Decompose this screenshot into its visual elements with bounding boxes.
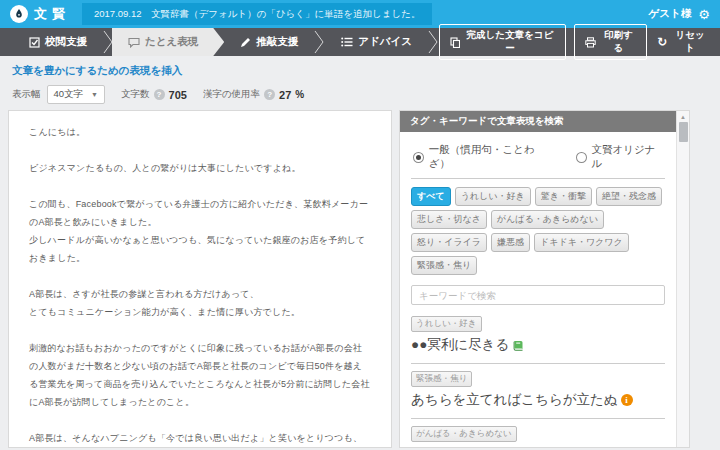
editor-paragraph: こんにちは。 <box>29 123 371 141</box>
app-title: 文賢 <box>34 5 70 23</box>
radio-general-label: 一般（慣用句・ことわざ） <box>429 143 554 171</box>
tag-filter-chip[interactable]: うれしい・好き <box>455 187 531 206</box>
speech-bubble-icon <box>128 37 140 48</box>
help-icon[interactable]: ? <box>264 89 275 100</box>
dictionary-type-options: 一般（慣用句・ことわざ） 文賢オリジナル <box>411 140 665 179</box>
scroll-up-icon[interactable]: ▲ <box>677 111 689 120</box>
expression-list: うれしい・好き ●●冥利に尽きる 緊張感・焦り あちらを <box>411 309 665 448</box>
tab-elaboration[interactable]: 推敲支援 <box>224 28 314 56</box>
kanji-ratio-label: 漢字の使用率 <box>203 88 260 101</box>
tag-filter-chip[interactable]: 嫌悪感 <box>491 233 530 252</box>
display-width-label: 表示幅 <box>12 88 41 101</box>
editor-paragraph: ビジネスマンたるもの、人との繋がりは大事にしたいですよね。 <box>29 159 371 177</box>
user-name: ゲスト様 <box>649 7 692 21</box>
tag-filter-chip[interactable]: 悲しさ・切なさ <box>411 210 487 229</box>
tag-filter-list: すべて うれしい・好き 驚き・衝撃 絶望・残念感 悲しさ・切なさ がんばる・あき… <box>411 179 665 277</box>
insert-expression-link[interactable]: 文章を豊かにするための表現を挿入 <box>12 64 182 78</box>
reset-button[interactable]: ↻ リセット <box>655 25 710 59</box>
expression-list-item[interactable]: うれしい・好き ●●冥利に尽きる <box>411 309 665 364</box>
copy-icon <box>450 37 460 48</box>
expression-list-item[interactable]: 緊張感・焦り あちらを立てればこちらが立たぬ i <box>411 364 665 419</box>
keyword-search-input[interactable] <box>411 285 665 305</box>
char-count-label: 文字数 <box>121 88 150 101</box>
display-width-value: 40文字 <box>54 88 84 101</box>
main-nav: 校閲支援 たとえ表現 推敲支援 アドバイス 完成した文章をコピー <box>0 28 720 56</box>
sidebar-scrollbar[interactable]: ▲ <box>676 111 689 447</box>
tab-label: 推敲支援 <box>256 35 298 49</box>
copy-button-label: 完成した文章をコピー <box>465 29 555 55</box>
expression-phrase-row: いざ鎌倉 i <box>411 446 665 448</box>
chevron-separator-icon <box>428 28 439 56</box>
radio-general[interactable]: 一般（慣用句・ことわざ） <box>413 143 554 171</box>
printer-icon <box>585 37 596 48</box>
checkbox-icon <box>29 37 40 48</box>
sidebar-header: タグ・キーワードで文章表現を検索 <box>400 111 689 132</box>
editor-paragraph: この間も、Facebookで繋がっている弁護士の方に紹介いただき、某飲料メーカー… <box>29 195 371 267</box>
reset-icon: ↻ <box>657 36 667 48</box>
tag-filter-chip[interactable]: 怒り・イライラ <box>411 233 487 252</box>
kanji-ratio-value: 27 <box>279 89 291 101</box>
radio-selected-icon <box>413 152 424 163</box>
radio-bunken-original[interactable]: 文賢オリジナル <box>576 143 665 171</box>
book-icon <box>512 339 525 352</box>
radio-original-label: 文賢オリジナル <box>592 143 665 171</box>
radio-unselected-icon <box>576 152 587 163</box>
sub-header: 文章を豊かにするための表現を挿入 表示幅 40文字 ▼ 文字数 ? 705 漢字… <box>0 56 720 104</box>
copy-finished-text-button[interactable]: 完成した文章をコピー <box>439 24 566 60</box>
tab-simile-expressions[interactable]: たとえ表現 <box>112 28 224 56</box>
tag-filter-chip[interactable]: 驚き・衝撃 <box>535 187 592 206</box>
editor-paragraph: A部長は、さすが社長の参謀と言われる方だけあって、 とてもコミュニケーション能力… <box>29 285 371 321</box>
tag-filter-chip[interactable]: がんばる・あきらめない <box>491 210 604 229</box>
expression-phrase: あちらを立てればこちらが立たぬ <box>411 391 618 409</box>
editor-paragraph: A部長は、そんなハプニングも「今では良い思い出だよ」と笑いをとりつつも、同時に信… <box>29 429 371 448</box>
expression-tag-badge: うれしい・好き <box>411 316 482 332</box>
pen-nib-icon <box>10 5 28 23</box>
tag-filter-chip[interactable]: 絶望・残念感 <box>596 187 662 206</box>
chevron-down-icon: ▼ <box>91 91 98 98</box>
expression-list-item[interactable]: がんばる・あきらめない いざ鎌倉 i <box>411 419 665 448</box>
reset-button-label: リセット <box>672 29 708 55</box>
expression-phrase-row: ●●冥利に尽きる <box>411 336 665 354</box>
tab-advice[interactable]: アドバイス <box>325 28 428 56</box>
tab-label: たとえ表現 <box>145 35 198 49</box>
editor-paragraph: 刺激的なお話もおおかったのですがとくに印象に残っているお話がA部長の会社の人数が… <box>29 339 371 411</box>
pencil-icon <box>240 37 251 48</box>
gear-icon[interactable]: ⚙ <box>698 8 710 21</box>
text-editor[interactable]: こんにちは。 ビジネスマンたるもの、人との繋がりは大事にしたいですよね。 この間… <box>8 110 392 448</box>
expression-tag-badge: 緊張感・焦り <box>411 371 472 387</box>
tag-filter-chip[interactable]: すべて <box>411 187 451 206</box>
kanji-ratio-unit: % <box>295 89 304 100</box>
notification-banner: 2017.09.12 文賢辞書（デフォルト）の「ひらく」に単語を追加しました。 <box>82 3 432 25</box>
tab-label: 校閲支援 <box>45 35 87 49</box>
list-icon <box>341 37 353 47</box>
stats-row: 表示幅 40文字 ▼ 文字数 ? 705 漢字の使用率 ? 27% <box>12 85 710 104</box>
tab-proofreading[interactable]: 校閲支援 <box>13 28 103 56</box>
print-button-label: 印刷する <box>601 29 636 55</box>
expression-phrase: ●●冥利に尽きる <box>411 336 509 354</box>
expression-search-panel: タグ・キーワードで文章表現を検索 一般（慣用句・ことわざ） 文賢オリジナル すべ… <box>399 110 690 448</box>
scrollbar-thumb[interactable] <box>679 122 688 142</box>
expression-phrase: いざ鎌倉 <box>411 446 466 448</box>
char-count-value: 705 <box>169 89 187 101</box>
chevron-separator-icon <box>314 28 325 56</box>
info-icon[interactable]: i <box>621 394 633 406</box>
display-width-select[interactable]: 40文字 ▼ <box>47 85 106 104</box>
app-logo[interactable]: 文賢 <box>10 5 70 23</box>
tag-filter-chip[interactable]: 緊張感・焦り <box>411 256 477 275</box>
expression-phrase-row: あちらを立てればこちらが立たぬ i <box>411 391 665 409</box>
tab-label: アドバイス <box>358 35 412 49</box>
help-icon[interactable]: ? <box>154 89 165 100</box>
expression-tag-badge: がんばる・あきらめない <box>411 426 517 442</box>
print-button[interactable]: 印刷する <box>574 24 647 60</box>
tag-filter-chip[interactable]: ドキドキ・ワクワク <box>534 233 629 252</box>
